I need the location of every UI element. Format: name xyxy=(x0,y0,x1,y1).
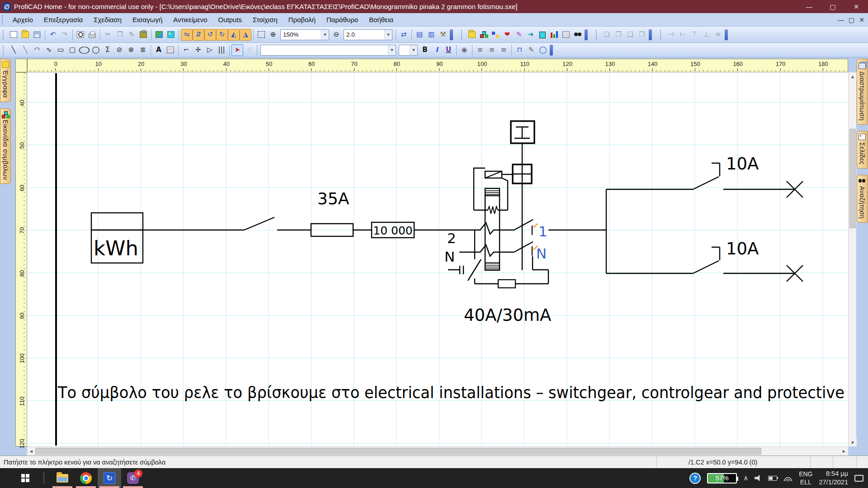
redo-button[interactable]: ↷ xyxy=(59,29,71,41)
menu-item-1[interactable]: Επεξεργασία xyxy=(38,14,88,25)
zoom-area-button[interactable] xyxy=(255,29,267,41)
new-document-button[interactable] xyxy=(8,29,19,41)
zoom-level-combo[interactable]: 150%▾ xyxy=(280,29,329,40)
align-bottom-objects-button[interactable]: ⊥ xyxy=(700,29,712,41)
horizontal-scrollbar[interactable]: ◄ ► xyxy=(27,446,848,455)
tool-ellipse-outline[interactable]: ◯ xyxy=(537,44,549,56)
flip-horizontal-button[interactable]: ⇋ xyxy=(181,29,193,41)
battery-icon[interactable] xyxy=(768,476,777,481)
tool-arc[interactable]: ◠ xyxy=(31,44,43,56)
tool-select[interactable]: ➤ xyxy=(231,44,243,56)
taskbar-explorer-button[interactable] xyxy=(51,468,74,488)
scroll-up-button[interactable]: ▲ xyxy=(849,72,857,80)
diagram-caption[interactable]: Το σύμβολο του ρελε το βρίσκουμε στο ele… xyxy=(57,384,844,402)
toolbar-grip[interactable] xyxy=(596,30,599,40)
breaker-top-symbol[interactable]: 10A xyxy=(606,154,803,197)
tool-bracket[interactable]: ⊓ xyxy=(514,44,525,56)
tool-hatch[interactable]: ≣ xyxy=(137,44,149,56)
menu-grip[interactable] xyxy=(2,15,5,24)
send-backward-button[interactable]: ❒ xyxy=(636,29,648,41)
chevron-down-icon[interactable]: ▾ xyxy=(388,45,396,55)
language-indicator[interactable]: ENG ELL xyxy=(799,470,812,486)
toolbar-grip[interactable] xyxy=(461,30,464,40)
bring-forward-button[interactable]: ❑ xyxy=(624,29,636,41)
edit-image-button[interactable] xyxy=(165,29,177,41)
tool-text-block[interactable] xyxy=(165,44,176,56)
close-button[interactable]: ✕ xyxy=(844,0,868,13)
scroll-right-button[interactable]: ► xyxy=(840,447,848,455)
tray-chevron-icon[interactable]: ∧ xyxy=(743,474,748,482)
send-to-back-button[interactable]: ❐ xyxy=(613,29,624,41)
edit-symbol-button[interactable]: ✎ xyxy=(513,29,525,41)
horizontal-scroll-thumb[interactable] xyxy=(35,448,761,455)
minimize-button[interactable]: — xyxy=(797,0,821,13)
symbol-editor-button[interactable] xyxy=(478,29,490,41)
right-tab-1[interactable]: Σελίδες xyxy=(857,131,868,169)
tool-polyline[interactable]: ╲ xyxy=(19,44,31,56)
rotate-left-button[interactable]: ↺ xyxy=(204,29,216,41)
start-button[interactable] xyxy=(14,468,37,488)
right-tab-0[interactable]: Διαστρωμάτωση xyxy=(857,59,868,125)
speaker-icon[interactable] xyxy=(755,475,762,481)
copy-button[interactable]: ❐ xyxy=(114,29,126,41)
tool-ellipse[interactable]: ◯ xyxy=(78,44,90,56)
distribute-objects-button[interactable]: ≡ xyxy=(712,29,724,41)
find-symbol-button[interactable] xyxy=(572,29,584,41)
print-button[interactable] xyxy=(86,29,98,41)
menu-item-4[interactable]: Αντικείμενο xyxy=(168,14,212,25)
swap-wires-button[interactable]: ⇄ xyxy=(398,29,410,41)
chevron-down-icon[interactable]: ▾ xyxy=(321,30,329,40)
tool-polygon[interactable]: Σ xyxy=(102,44,113,56)
connections-button[interactable] xyxy=(490,29,501,41)
tool-line[interactable]: ╲ xyxy=(8,44,19,56)
rotate-right-button[interactable]: ↻ xyxy=(216,29,228,41)
chevron-down-icon[interactable]: ▾ xyxy=(384,30,392,40)
align-text-center-button[interactable]: ≡ xyxy=(486,44,498,56)
zoom-out-button[interactable]: ⊖ xyxy=(330,29,342,41)
left-tab-0[interactable]: Έγγραφα xyxy=(0,59,11,102)
help-tray-icon[interactable]: ? xyxy=(689,473,701,484)
align-top-objects-button[interactable]: ⊤ xyxy=(689,29,700,41)
maximize-button[interactable]: ▢ xyxy=(821,0,844,13)
mirror-left-button[interactable]: ◭ xyxy=(228,29,240,41)
tool-curve[interactable]: ∿ xyxy=(43,44,55,56)
scroll-down-button[interactable]: ▼ xyxy=(849,438,857,446)
underline-button[interactable]: U xyxy=(443,44,454,56)
mdi-restore-button[interactable]: ▢ xyxy=(849,16,854,23)
toolbar-grip[interactable] xyxy=(3,45,6,55)
zoom-in-button[interactable]: ⊕ xyxy=(267,29,279,41)
tool-circle[interactable]: ◯ xyxy=(90,44,102,56)
align-text-right-button[interactable]: ≡ xyxy=(498,44,509,56)
right-tab-2[interactable]: Αναζήτηση xyxy=(857,175,868,223)
settings-button[interactable]: ⚒ xyxy=(437,29,449,41)
color-combo[interactable]: ▾ xyxy=(399,45,418,56)
insert-image-button[interactable] xyxy=(153,29,165,41)
clock[interactable]: 8:54 μμ 27/1/2021 xyxy=(819,469,848,487)
wifi-icon[interactable] xyxy=(783,475,793,481)
tool-rectangle[interactable]: ▭ xyxy=(55,44,66,56)
mdi-close-button[interactable]: ✕ xyxy=(859,16,864,23)
tool-ic-pins[interactable]: ||| xyxy=(216,44,227,56)
mdi-minimize-button[interactable]: — xyxy=(838,16,844,23)
menu-item-0[interactable]: Αρχείο xyxy=(7,14,38,25)
align-right-objects-button[interactable]: ⊢ xyxy=(677,29,689,41)
tool-circle-slash[interactable]: ⊘ xyxy=(113,44,125,56)
menu-item-9[interactable]: Βοήθεια xyxy=(363,14,399,25)
menu-item-8[interactable]: Παράθυρο xyxy=(321,14,363,25)
taskbar-viber-button[interactable]: ✆ 4 xyxy=(121,468,145,488)
notes-button[interactable] xyxy=(560,29,572,41)
action-center-icon[interactable] xyxy=(854,475,863,482)
left-tab-1[interactable]: Εικονίδια συμβόλων xyxy=(0,108,11,184)
italic-button[interactable]: I xyxy=(431,44,443,56)
symbols-library-button[interactable] xyxy=(466,29,478,41)
cut-button[interactable]: ✂ xyxy=(102,29,114,41)
vertical-scroll-thumb[interactable] xyxy=(849,129,856,228)
tool-terminal[interactable]: ⌐ xyxy=(180,44,192,56)
grid-size-combo[interactable]: 2.0▾ xyxy=(344,29,392,40)
tool-gate[interactable]: ▷ xyxy=(204,44,216,56)
menu-item-5[interactable]: Outputs xyxy=(213,14,248,25)
export-symbol-button[interactable]: ➔ xyxy=(525,29,537,41)
fuse-symbol[interactable]: 35A xyxy=(311,189,372,236)
drawing-canvas[interactable]: kWh 35A 10 000 xyxy=(27,72,848,446)
style-combo[interactable]: ▾ xyxy=(260,45,396,56)
